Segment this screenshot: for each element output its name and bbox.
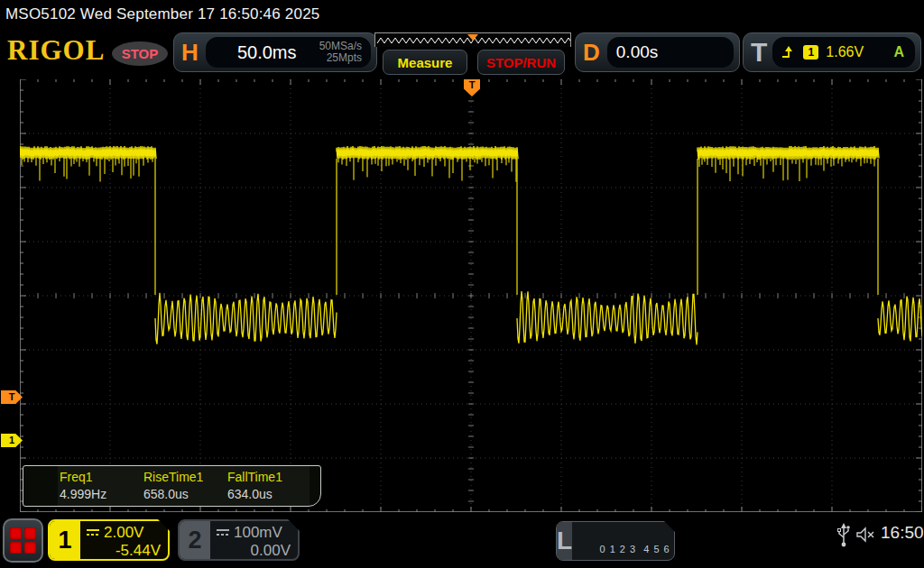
measurement-value: 634.0us xyxy=(227,487,310,501)
measurement-value: 4.999Hz xyxy=(60,487,142,501)
model-and-datetime: MSO5102 Wed September 17 16:50:46 2025 xyxy=(5,5,319,23)
dc-coupling-icon xyxy=(86,528,100,537)
waveform-display[interactable] xyxy=(20,79,922,512)
measurement-label: RiseTime1 xyxy=(143,470,226,484)
channel2-offset: 0.00V xyxy=(216,542,291,560)
delay-readout: 0.00s xyxy=(607,37,734,68)
measurement-falltime1: FallTime1 634.0us xyxy=(226,466,310,506)
status-bar: MSO5102 Wed September 17 16:50:46 2025 xyxy=(0,0,924,27)
channel1-readout: 2.00V -5.44V xyxy=(80,521,168,559)
channel1-offset: -5.44V xyxy=(86,542,161,560)
measure-button[interactable]: Measure xyxy=(383,50,467,75)
grid-icon-square xyxy=(10,527,22,539)
measurement-value: 658.0us xyxy=(143,487,226,501)
stop-run-button[interactable]: STOP/RUN xyxy=(477,50,565,75)
channel1-number: 1 xyxy=(50,521,80,559)
sample-rate-readout: 50MSa/s 25Mpts xyxy=(319,41,362,64)
sample-rate: 50MSa/s xyxy=(319,40,362,52)
channel2-button[interactable]: 2 100mV 0.00V xyxy=(178,519,300,561)
logic-row1: 0 1 2 3 4 5 6 7 xyxy=(599,544,675,554)
grid-icon-square xyxy=(24,542,36,554)
trigger-source-badge: 1 xyxy=(803,45,818,60)
clock-readout: 16:50 xyxy=(881,523,924,543)
horizontal-menu-button[interactable]: H 50.0ms 50MSa/s 25Mpts xyxy=(173,32,377,72)
timebase-readout: 50.0ms 50MSa/s 25Mpts xyxy=(206,37,371,68)
grid-icon[interactable] xyxy=(3,518,43,563)
trigger-sweep-mode: A xyxy=(893,44,906,60)
measurement-risetime1: RiseTime1 658.0us xyxy=(142,466,226,506)
rigol-logo: RIGOL xyxy=(7,34,105,67)
channel-status-bar: 1 2.00V -5.44V 2 100mV 0.00V xyxy=(0,514,924,568)
header-bar: RIGOL STOP H 50.0ms 50MSa/s 25Mpts Measu… xyxy=(0,27,924,78)
delay-value: 0.00s xyxy=(616,42,658,62)
trigger-label: T xyxy=(751,37,767,68)
channel1-scale: 2.00V xyxy=(104,524,143,542)
run-state-badge: STOP xyxy=(112,41,168,66)
usb-icon xyxy=(837,523,851,548)
logic-channel-numbers: 0 1 2 3 4 5 6 7 8 9 1011 12131415 xyxy=(572,522,675,560)
overview-zigzag-icon xyxy=(375,33,570,46)
measurement-freq1: Freq1 4.999Hz xyxy=(58,466,142,506)
trigger-level-value: 1.66V xyxy=(826,44,886,60)
grid-icon-square xyxy=(24,527,36,539)
logic-analyzer-label: L xyxy=(557,522,572,560)
measurement-label: Freq1 xyxy=(60,470,142,484)
grid-icon-square xyxy=(10,542,22,554)
horizontal-label: H xyxy=(181,39,199,67)
channel2-readout: 100mV 0.00V xyxy=(210,521,298,559)
delay-menu-button[interactable]: D 0.00s xyxy=(575,32,740,72)
timebase-value: 50.0ms xyxy=(215,42,319,63)
delay-label: D xyxy=(583,39,600,67)
rising-edge-trigger-icon xyxy=(781,45,796,60)
channel2-scale: 100mV xyxy=(234,524,282,542)
channel1-button[interactable]: 1 2.00V -5.44V xyxy=(48,519,170,561)
trigger-readout: 1 1.66V A xyxy=(772,37,915,68)
waveform-overview-strip[interactable] xyxy=(374,32,571,47)
channel2-number: 2 xyxy=(180,521,210,559)
measurement-label: FallTime1 xyxy=(227,470,310,484)
memory-depth: 25Mpts xyxy=(327,51,362,64)
dc-coupling-icon xyxy=(216,528,230,537)
measurement-results-panel[interactable]: Freq1 4.999Hz RiseTime1 658.0us FallTime… xyxy=(23,465,321,507)
measurement-spacer xyxy=(23,466,58,506)
logic-analyzer-button[interactable]: L 0 1 2 3 4 5 6 7 8 9 1011 12131415 xyxy=(556,521,675,561)
trigger-menu-button[interactable]: T 1 1.66V A xyxy=(743,32,921,72)
speaker-muted-icon xyxy=(855,526,877,545)
